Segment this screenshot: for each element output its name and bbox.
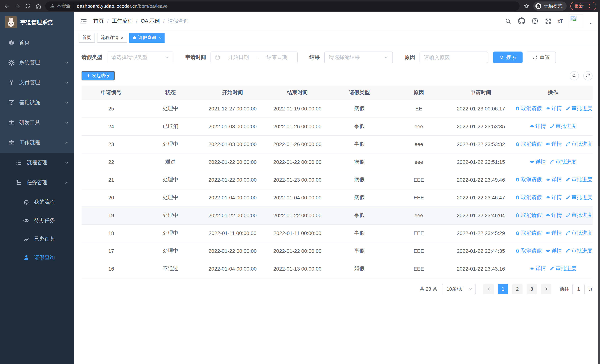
show-search-button[interactable]	[570, 71, 579, 80]
browser-menu-icon[interactable]	[587, 3, 592, 9]
cancel-leave-link[interactable]: 取消请假	[515, 194, 542, 201]
sidebar-item-system-management[interactable]: 系统管理	[0, 53, 74, 73]
cell-type: 事假	[330, 206, 389, 224]
column-header: 请假类型	[330, 86, 389, 100]
cancel-leave-link[interactable]: 取消请假	[515, 141, 542, 148]
eye-icon	[545, 231, 550, 235]
reset-button[interactable]: 重置	[527, 52, 556, 63]
apply-time-range-picker[interactable]: 开始日期 - 结束日期	[210, 52, 298, 63]
detail-link[interactable]: 详情	[545, 212, 562, 219]
leave-type-select[interactable]: 请选择请假类型	[107, 52, 173, 63]
approval-progress-link[interactable]: 审批进度	[550, 159, 576, 165]
sidebar-item-workflow[interactable]: 工作流程	[0, 133, 74, 153]
cell-actions: 取消请假详情审批进度	[513, 100, 593, 118]
search-icon[interactable]	[505, 18, 512, 24]
goto-page-input[interactable]	[572, 284, 585, 294]
tab-首页[interactable]: 首页	[79, 33, 95, 42]
home-icon[interactable]	[35, 3, 41, 9]
close-icon[interactable]: ×	[158, 35, 161, 40]
sidebar-item-task-management[interactable]: 任务管理	[0, 173, 74, 193]
result-select[interactable]: 请选择流结果	[324, 52, 393, 63]
hamburger-icon[interactable]	[80, 17, 87, 25]
forward-icon[interactable]	[14, 3, 21, 9]
sidebar-item-done-tasks[interactable]: 已办任务	[0, 230, 74, 248]
sidebar-item-leave-query[interactable]: 请假查询	[0, 248, 74, 267]
refresh-table-button[interactable]	[583, 71, 593, 80]
browser-update-button[interactable]: 更新	[570, 2, 596, 10]
cell-applied: 2022-01-22 23:51:15	[449, 153, 513, 171]
prev-page-button[interactable]	[483, 284, 494, 294]
detail-link[interactable]: 详情	[545, 230, 562, 236]
approval-progress-link[interactable]: 审批进度	[565, 230, 592, 236]
detail-link[interactable]: 详情	[545, 141, 562, 148]
detail-link[interactable]: 详情	[545, 248, 562, 254]
bookmark-star-icon[interactable]	[523, 3, 530, 9]
tab-流程详情[interactable]: 流程详情×	[97, 33, 127, 42]
approval-progress-link[interactable]: 审批进度	[565, 194, 592, 201]
cell-status: 处理中	[141, 242, 200, 260]
sidebar-logo-row[interactable]: 芋道管理系统	[0, 12, 74, 33]
approval-progress-link[interactable]: 审批进度	[565, 141, 592, 148]
help-icon[interactable]	[531, 18, 538, 24]
eye-icon	[545, 249, 550, 253]
close-icon[interactable]: ×	[121, 35, 123, 40]
page-size-select[interactable]: 10条/页	[442, 284, 476, 294]
detail-link[interactable]: 详情	[530, 123, 546, 130]
detail-link[interactable]: 详情	[545, 105, 562, 112]
cancel-leave-link[interactable]: 取消请假	[515, 177, 542, 183]
sidebar-item-process-management[interactable]: 流程管理	[0, 153, 74, 173]
cancel-leave-link[interactable]: 取消请假	[515, 248, 542, 254]
page-button-3[interactable]: 3	[527, 284, 537, 294]
sidebar-item-label: 待办任务	[34, 217, 55, 224]
cell-start: 2022-01-22 00:00:00	[200, 242, 265, 260]
page-button-2[interactable]: 2	[512, 284, 523, 294]
sidebar-item-my-processes[interactable]: 我的流程	[0, 193, 74, 211]
cell-start: 2022-01-04 00:00:00	[200, 260, 265, 278]
breadcrumb-item[interactable]: OA 示例	[141, 18, 160, 24]
cell-reason: EEE	[389, 224, 449, 242]
sidebar-item-todo-tasks[interactable]: 待办任务	[0, 211, 74, 230]
reload-icon[interactable]	[24, 3, 31, 9]
approval-progress-link[interactable]: 审批进度	[565, 105, 592, 112]
breadcrumb-item[interactable]: 工作流程	[112, 18, 133, 24]
caret-down-icon[interactable]	[587, 20, 594, 27]
approval-progress-link[interactable]: 审批进度	[550, 123, 576, 130]
trash-icon	[515, 177, 520, 182]
sidebar-item-infrastructure[interactable]: 基础设施	[0, 93, 74, 113]
sidebar-item-dev-tools[interactable]: 研发工具	[0, 113, 74, 133]
security-status[interactable]: 不安全	[50, 3, 71, 9]
edit-icon	[565, 142, 570, 147]
start-date-placeholder: 开始日期	[222, 54, 255, 61]
goto-unit-label: 页	[588, 286, 593, 292]
approval-progress-link[interactable]: 审批进度	[565, 177, 592, 183]
cancel-leave-link[interactable]: 取消请假	[515, 212, 542, 219]
font-size-icon[interactable]: tT	[558, 18, 562, 24]
breadcrumb-separator: /	[107, 18, 109, 24]
approval-progress-link[interactable]: 审批进度	[565, 212, 592, 219]
detail-link[interactable]: 详情	[530, 265, 546, 272]
cancel-leave-link[interactable]: 取消请假	[515, 230, 542, 236]
window-scrollbar[interactable]	[598, 12, 600, 364]
search-button[interactable]: 搜索	[493, 52, 523, 63]
cell-applied: 2022-01-22 23:53:35	[449, 118, 513, 135]
github-icon[interactable]	[518, 18, 525, 24]
cancel-leave-link[interactable]: 取消请假	[515, 105, 542, 112]
detail-link[interactable]: 详情	[530, 159, 546, 165]
page-button-1[interactable]: 1	[498, 284, 508, 294]
address-bar[interactable]: 不安全 dashboard.yudao.iocoder.cn/bpm/oa/le…	[45, 1, 520, 10]
reason-input[interactable]	[424, 55, 484, 60]
tab-请假查询[interactable]: 请假查询×	[129, 33, 165, 42]
next-page-button[interactable]	[541, 284, 552, 294]
approval-progress-link[interactable]: 审批进度	[565, 248, 592, 254]
detail-link[interactable]: 详情	[545, 177, 562, 183]
back-icon[interactable]	[4, 3, 10, 9]
breadcrumb-item[interactable]: 首页	[94, 18, 104, 24]
sidebar-item-payment-management[interactable]: 支付管理	[0, 73, 74, 93]
sidebar-item-home[interactable]: 首页	[0, 33, 74, 53]
fullscreen-icon[interactable]	[545, 18, 552, 24]
tab-label: 流程详情	[101, 35, 119, 41]
approval-progress-link[interactable]: 审批进度	[550, 265, 576, 272]
create-leave-button[interactable]: 发起请假	[82, 71, 114, 80]
detail-link[interactable]: 详情	[545, 194, 562, 201]
avatar[interactable]	[569, 14, 583, 28]
